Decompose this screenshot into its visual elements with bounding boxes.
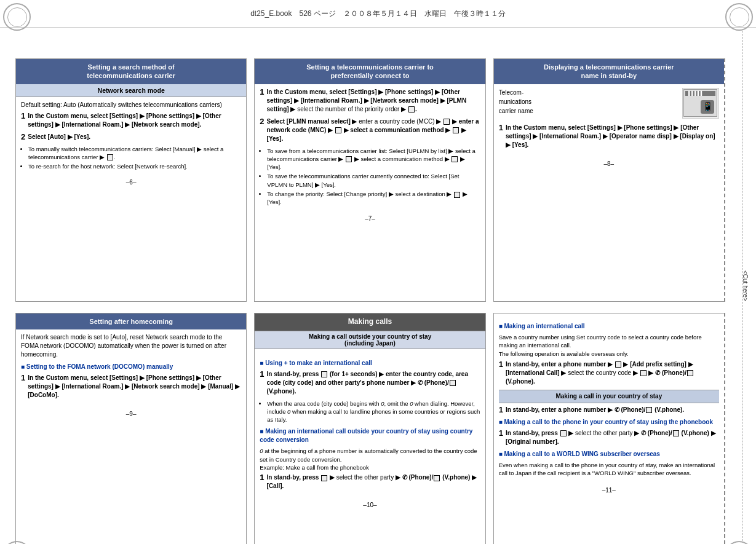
section-intl-calls: ■ Making an international call Save a co… [493,313,725,544]
section-telecom-carrier-content: 1 In the Custom menu, select [Settings] … [255,84,485,211]
corner-decoration-tl [3,3,31,31]
corner-decoration-tr [725,3,753,31]
foma-subsection: ■ Setting to the FOMA network (DOCOMO) m… [21,363,241,371]
network-search-mode-subheader: Network search mode [16,84,246,97]
homecoming-step-1: 1 In the Custom menu, select [Settings] … [21,374,241,400]
search-method-intro: Default setting: Auto (Automatically swi… [21,101,241,109]
page-num-7: –7– [255,211,485,223]
telecom-display-area: Telecom-municationscarrier name ▐▐▐▐▐ 📱 [499,88,719,119]
telecom-bullets: To save from a telecommunications carrie… [260,147,480,207]
world-wing-header: ■ Making a call to a WORLD WING subscrib… [499,450,719,459]
bullet-1: To manually switch telecommunications ca… [28,145,241,162]
display-step-1: 1 In the Custom menu, select [Settings] … [499,124,719,149]
telecom-step-2: 2 Select [PLMN manual select] ▶ enter a … [260,117,480,143]
country-stay-subheader: Making a call in your country of stay [499,390,719,403]
intl-call-intro: Save a country number using Set country … [499,333,719,358]
telecom-bullet-2: To save the telecommunications carrier c… [267,172,480,189]
page-num-11: –11– [494,483,724,495]
section-homecoming-header: Setting after homecoming [16,313,246,329]
using-plus-header: ■ Using + to make an international call [260,359,480,368]
intl-outside-step-1: 1 In stand-by, press ▶ select the other … [260,473,480,491]
section-homecoming: Setting after homecoming If Network sear… [15,313,247,544]
using-plus-step-1: 1 In stand-by, press (for 1+ seconds) ▶ … [260,370,480,396]
section-display-carrier-header: Displaying a telecommunications carriern… [494,59,724,84]
section-display-carrier-content: Telecom-municationscarrier name ▐▐▐▐▐ 📱 … [494,84,724,157]
section-making-calls-header: Making calls [255,313,485,331]
page-num-6: –6– [16,175,246,187]
section-telecom-carrier-header: Setting a telecommunications carrier top… [255,59,485,84]
telecom-bullet-1: To save from a telecommunications carrie… [267,147,480,171]
section-search-method-header: Setting a search method oftelecommunicat… [16,59,246,84]
country-stay-step-1: 1 In stand-by, enter a phone number ▶ ✆ … [499,406,719,414]
using-plus-bullet-1: When the area code (city code) begins wi… [267,400,480,424]
section-making-calls: Making calls Making a call outside your … [254,313,485,544]
homecoming-intro: If Network search mode is set to [Auto],… [21,333,241,359]
main-content: Setting a search method oftelecommunicat… [0,28,756,544]
phonebook-step-1: 1 In stand-by, press ▶ select the other … [499,429,719,446]
page-header: dt25_E.book 526 ページ ２００８年５月１４日 水曜日 午後３時１… [0,0,756,28]
section-telecom-carrier: Setting a telecommunications carrier top… [254,58,485,302]
section-display-carrier: Displaying a telecommunications carriern… [493,58,725,302]
telecom-step-1: 1 In the Custom menu, select [Settings] … [260,88,480,114]
bullet-2: To re-search for the host network: Selec… [28,162,241,170]
page-num-9: –9– [16,407,246,419]
section-intl-calls-content: ■ Making an international call Save a co… [494,313,724,483]
section-search-method: Setting a search method oftelecommunicat… [15,58,247,302]
calls-outside-subheader: Making a call outside your country of st… [255,331,485,349]
page-num-10: –10– [255,498,485,510]
telecom-carrier-image: ▐▐▐▐▐ 📱 [682,88,719,119]
bottom-row: Setting after homecoming If Network sear… [15,313,741,544]
world-wing-intro: Even when making a call to the phone in … [499,461,719,478]
section-search-method-content: Default setting: Auto (Automatically swi… [16,97,246,176]
cut-here-marker: <Cut here> [742,270,749,301]
phonebook-header: ■ Making a call to the phone in your cou… [499,418,719,427]
top-row: Setting a search method oftelecommunicat… [15,58,741,302]
search-bullets: To manually switch telecommunications ca… [21,145,241,171]
section-making-calls-content: ■ Using + to make an international call … [255,352,485,499]
search-step-1: 1 In the Custom menu, select [Settings] … [21,112,241,129]
intl-call-header: ■ Making an international call [499,322,719,331]
telecom-bullet-3: To change the priority: Select [Change p… [267,190,480,207]
section-homecoming-content: If Network search mode is set to [Auto],… [16,329,246,407]
intl-call-step-1: 1 In stand-by, enter a phone number ▶ ▶ … [499,360,719,386]
search-step-2: 2 Select [Auto] ▶ [Yes]. [21,133,241,141]
intl-outside-intro: 0 at the beginning of a phone number is … [260,447,480,471]
using-plus-bullets: When the area code (city code) begins wi… [260,400,480,424]
telecom-label-text: Telecom-municationscarrier name [499,88,677,118]
page-num-8: –8– [494,157,724,168]
intl-outside-header: ■ Making an international call outside y… [260,427,480,444]
